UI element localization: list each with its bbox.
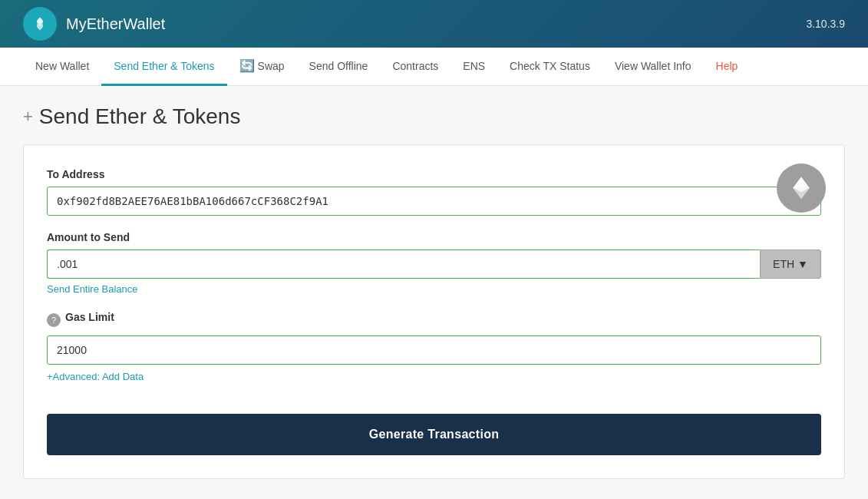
logo <box>23 7 57 41</box>
swap-icon: 🔄 <box>239 58 255 73</box>
to-address-group: To Address <box>47 168 821 216</box>
eth-logo <box>777 164 826 213</box>
send-entire-balance-link[interactable]: Send Entire Balance <box>47 283 138 295</box>
currency-dropdown-btn[interactable]: ETH ▼ <box>760 250 821 279</box>
page-title: Send Ether & Tokens <box>39 104 241 129</box>
gas-limit-label: Gas Limit <box>65 311 114 323</box>
plus-icon: + <box>23 107 33 127</box>
nav: New Wallet Send Ether & Tokens 🔄 Swap Se… <box>0 48 868 86</box>
generate-transaction-button[interactable]: Generate Transaction <box>47 414 821 455</box>
gas-limit-group: ? Gas Limit +Advanced: Add Data <box>47 311 821 383</box>
amount-label: Amount to Send <box>47 231 821 243</box>
amount-group: Amount to Send ETH ▼ Send Entire Balance <box>47 231 821 296</box>
nav-send-ether-tokens[interactable]: Send Ether & Tokens <box>101 48 226 86</box>
svg-marker-5 <box>793 177 801 188</box>
gas-limit-help-icon[interactable]: ? <box>47 313 61 327</box>
currency-dropdown-arrow: ▼ <box>797 258 808 270</box>
gas-limit-input[interactable] <box>47 335 821 365</box>
advanced-link[interactable]: +Advanced: Add Data <box>47 371 144 382</box>
nav-swap[interactable]: 🔄 Swap <box>227 48 297 86</box>
svg-marker-4 <box>801 177 810 188</box>
page-title-row: + Send Ether & Tokens <box>23 104 845 129</box>
nav-view-wallet-info[interactable]: View Wallet Info <box>602 48 704 86</box>
version-label: 3.10.3.9 <box>806 18 845 30</box>
nav-send-offline[interactable]: Send Offline <box>297 48 381 86</box>
header: MyEtherWallet 3.10.3.9 <box>0 0 868 48</box>
amount-row: ETH ▼ <box>47 250 821 279</box>
app-name: MyEtherWallet <box>66 15 165 33</box>
form-card: To Address Amount to Send ETH ▼ Send Ent… <box>23 144 845 479</box>
amount-input[interactable] <box>47 250 760 279</box>
main-content: + Send Ether & Tokens To Address Amount … <box>0 86 868 497</box>
currency-label: ETH <box>773 258 794 270</box>
nav-check-tx-status[interactable]: Check TX Status <box>497 48 602 86</box>
nav-ens[interactable]: ENS <box>451 48 497 86</box>
to-address-input[interactable] <box>47 187 821 216</box>
nav-help[interactable]: Help <box>704 48 751 86</box>
nav-contracts[interactable]: Contracts <box>380 48 451 86</box>
header-left: MyEtherWallet <box>23 7 165 41</box>
gas-label-row: ? Gas Limit <box>47 311 821 329</box>
to-address-label: To Address <box>47 168 821 180</box>
svg-point-1 <box>37 22 43 25</box>
nav-new-wallet[interactable]: New Wallet <box>23 48 101 86</box>
